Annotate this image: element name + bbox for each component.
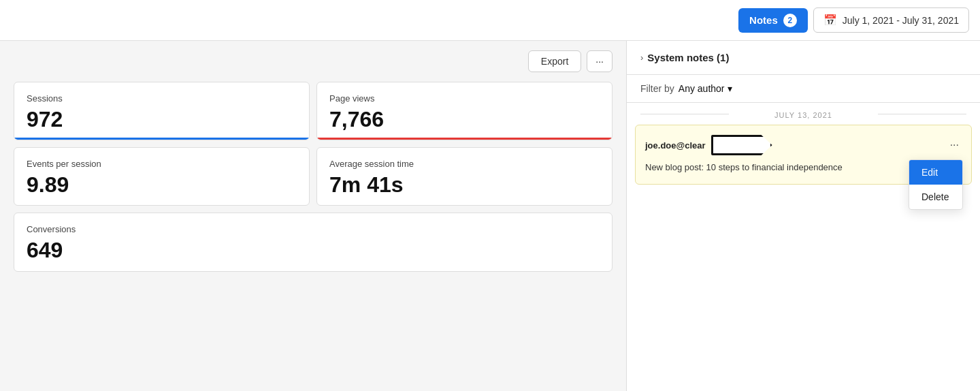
pageviews-value: 7,766 [329, 108, 600, 131]
notes-badge: 2 [783, 14, 797, 27]
metric-card-sessions: Sessions 972 [14, 82, 310, 140]
system-notes-section[interactable]: › System notes (1) [627, 41, 980, 75]
metric-card-events: Events per session 9.89 [14, 147, 310, 206]
author-filter-button[interactable]: Any author ▾ [679, 83, 732, 94]
date-range-label: July 1, 2021 - July 31, 2021 [843, 15, 959, 26]
edit-button[interactable]: Edit [909, 160, 962, 185]
events-label: Events per session [27, 159, 297, 169]
top-bar: Notes 2 📅 July 1, 2021 - July 31, 2021 [0, 0, 980, 41]
note-tag [711, 135, 772, 155]
note-controls: ··· Edit Delete [947, 138, 962, 153]
avg-session-value: 7m 41s [329, 173, 600, 197]
filter-prefix: Filter by [640, 83, 674, 94]
metric-card-avg-session: Average session time 7m 41s [316, 147, 612, 206]
sessions-value: 972 [27, 108, 297, 131]
more-options-button[interactable]: ··· [587, 50, 612, 72]
date-range-button[interactable]: 📅 July 1, 2021 - July 31, 2021 [813, 7, 969, 33]
note-card-header: joe.doe@clear ··· Edit Delete [645, 135, 962, 155]
avg-session-label: Average session time [329, 159, 600, 169]
author-filter-value: Any author [679, 83, 725, 94]
delete-button[interactable]: Delete [909, 185, 962, 209]
note-more-button[interactable]: ··· [947, 138, 962, 153]
events-value: 9.89 [27, 173, 297, 197]
export-button[interactable]: Export [528, 50, 581, 72]
date-divider: JULY 13, 2021 [627, 103, 980, 125]
conversions-value: 649 [27, 238, 600, 262]
toolbar: Export ··· [0, 41, 626, 82]
notes-button[interactable]: Notes 2 [738, 8, 808, 33]
note-dropdown-menu: Edit Delete [909, 159, 963, 210]
pageviews-label: Page views [329, 93, 600, 104]
metric-card-pageviews: Page views 7,766 [316, 82, 612, 140]
metrics-grid: Sessions 972 Page views 7,766 Events per… [0, 82, 626, 213]
author-chevron-icon: ▾ [728, 83, 732, 94]
main-layout: Export ··· Sessions 972 Page views 7,766… [0, 41, 980, 391]
calendar-icon: 📅 [823, 14, 837, 27]
notes-label: Notes [749, 14, 778, 26]
date-label: JULY 13, 2021 [774, 111, 832, 119]
chevron-right-icon: › [640, 52, 643, 63]
notes-panel: › System notes (1) Filter by Any author … [626, 41, 980, 391]
metric-card-conversions: Conversions 649 [14, 213, 612, 271]
left-panel: Export ··· Sessions 972 Page views 7,766… [0, 41, 626, 391]
note-author: joe.doe@clear [645, 140, 706, 151]
note-author-row: joe.doe@clear [645, 135, 772, 155]
sessions-label: Sessions [27, 93, 297, 104]
note-card: joe.doe@clear ··· Edit Delete New blog p… [635, 125, 972, 185]
conversions-label: Conversions [27, 224, 600, 234]
system-notes-title: System notes (1) [647, 52, 729, 63]
filter-bar: Filter by Any author ▾ [627, 75, 980, 103]
